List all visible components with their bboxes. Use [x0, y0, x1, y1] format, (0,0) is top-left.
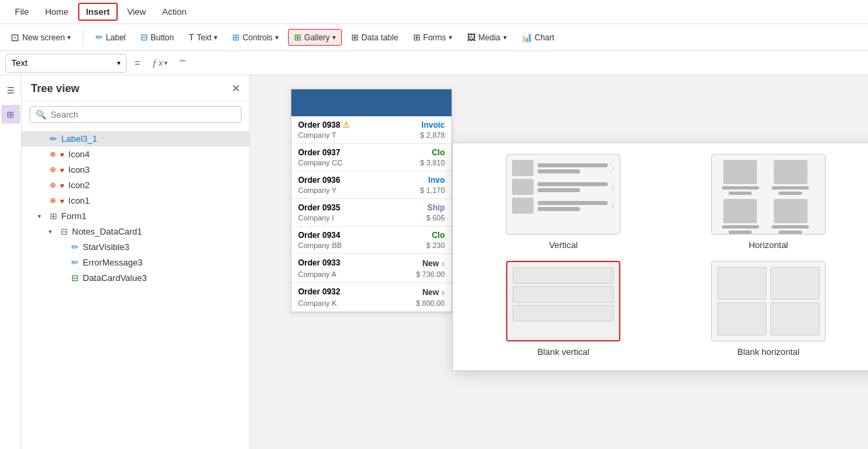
fx-label: x	[158, 58, 163, 68]
gallery-item-vertical[interactable]: › ›	[469, 154, 658, 250]
vg-chevron-2: ›	[612, 182, 614, 192]
tree-item-errormessage3[interactable]: ✏ ErrorMessage3	[22, 255, 250, 270]
order-status-0932: New	[423, 288, 439, 297]
order-company-0932: Company K	[298, 299, 336, 307]
search-input[interactable]	[50, 110, 236, 120]
tree-items: ✏ Label3_1 ⊕ ♥ Icon4 ⊕ ♥ Icon3 ⊕	[22, 128, 250, 449]
tree-item-form1[interactable]: ▾ ⊞ Form1	[22, 208, 250, 224]
order-company-0933: Company A	[298, 270, 336, 278]
order-row-0935[interactable]: Order 0935 Ship Company I $ 606	[291, 199, 451, 227]
menu-insert[interactable]: Insert	[78, 3, 118, 21]
tree-label-icon1: Icon1	[69, 196, 90, 206]
datatable-icon: ⊞	[351, 32, 359, 42]
search-box: 🔍	[30, 106, 242, 123]
order-row-0936[interactable]: Order 0936 Invo Company Y $ 1,170	[291, 171, 451, 199]
hg-img-1	[723, 160, 757, 184]
new-screen-chevron: ▾	[67, 34, 71, 41]
vg-line-6	[538, 207, 579, 211]
hamburger-icon-button[interactable]: ☰	[1, 81, 20, 99]
gallery-label-horizontal: Horizontal	[749, 240, 789, 250]
formula-fx-button[interactable]: ƒ x ▾	[148, 56, 172, 69]
order-status-0937: Clo	[432, 148, 445, 157]
menu-view[interactable]: View	[120, 4, 153, 19]
order-chevron-0933: ›	[441, 258, 445, 269]
icon1-heart-icon: ♥	[60, 197, 65, 205]
app-preview: Order 0938 ⚠ Invoic Company T $ 2,878 Or…	[291, 89, 452, 313]
canvas-area: Order 0938 ⚠ Invoic Company T $ 2,878 Or…	[250, 75, 868, 449]
label-icon: ✏	[96, 32, 103, 42]
order-status-0936: Invo	[428, 175, 445, 185]
order-top-0934: Order 0934 Clo	[298, 231, 445, 240]
tree-item-icon2[interactable]: ⊕ ♥ Icon2	[22, 177, 250, 193]
chart-button[interactable]: 📊 Chart	[516, 30, 560, 45]
vg-line-1	[538, 163, 608, 167]
menu-home[interactable]: Home	[38, 4, 75, 19]
order-amount-0935: $ 606	[426, 214, 445, 222]
order-row-0937[interactable]: Order 0937 Clo Company CC $ 3,810	[291, 144, 451, 171]
new-screen-button[interactable]: ⊡ New screen ▾	[5, 29, 76, 46]
sidebar-icons: ☰ ⊞	[0, 75, 22, 449]
bh-col-1	[717, 267, 766, 335]
order-bottom-0932: Company K $ 800.00	[298, 299, 445, 307]
order-row-0932[interactable]: Order 0932 New › Company K $ 800.00	[291, 283, 451, 312]
layers-icon-button[interactable]: ⊞	[1, 105, 20, 124]
order-top-0935: Order 0935 Ship	[298, 203, 445, 212]
hg-line-8	[779, 231, 801, 234]
vg-img-1	[512, 160, 534, 176]
form1-collapse-icon: ▾	[38, 212, 46, 220]
gallery-item-blank-horizontal[interactable]: Blank horizontal	[674, 261, 863, 357]
text-icon: T	[188, 32, 194, 42]
order-amount-0933: $ 736.00	[416, 270, 445, 278]
label-button[interactable]: ✏ Label	[90, 30, 131, 45]
tree-item-notes-datacard1[interactable]: ▾ ⊟ Notes_DataCard1	[22, 224, 250, 239]
tree-item-icon3[interactable]: ⊕ ♥ Icon3	[22, 162, 250, 177]
order-bottom-0937: Company CC $ 3,810	[298, 159, 445, 167]
order-row-0934[interactable]: Order 0934 Clo Company BB $ 230	[291, 227, 451, 254]
order-id-0933: Order 0933	[298, 258, 340, 269]
order-amount-0938: $ 2,878	[420, 131, 445, 139]
tree-label-notes-datacard1: Notes_DataCard1	[72, 227, 142, 237]
order-bottom-0938: Company T $ 2,878	[298, 131, 445, 139]
bh-cell-2	[717, 302, 766, 335]
tree-item-label3-1[interactable]: ✏ Label3_1	[22, 131, 250, 147]
order-top-0937: Order 0937 Clo	[298, 148, 445, 157]
hg-line-6	[779, 192, 801, 195]
tree-item-icon1[interactable]: ⊕ ♥ Icon1	[22, 193, 250, 208]
controls-button[interactable]: ⊞ Controls ▾	[227, 30, 284, 45]
tree-item-datacardvalue3[interactable]: ⊟ DataCardValue3	[22, 270, 250, 286]
forms-button[interactable]: ⊞ Forms ▾	[408, 30, 458, 45]
gallery-item-horizontal[interactable]: Horizontal	[674, 154, 863, 250]
tree-label-icon3: Icon3	[69, 165, 90, 175]
text-chevron: ▾	[214, 34, 217, 41]
text-button[interactable]: T Text ▾	[183, 30, 223, 45]
field-chevron-icon: ▾	[117, 59, 120, 67]
menu-file[interactable]: File	[8, 4, 36, 19]
field-selector[interactable]: Text ▾	[5, 54, 126, 73]
order-row-0938[interactable]: Order 0938 ⚠ Invoic Company T $ 2,878	[291, 116, 451, 144]
order-id-0937: Order 0937	[298, 148, 340, 157]
menu-action[interactable]: Action	[155, 4, 193, 19]
new-screen-icon: ⊡	[11, 32, 20, 44]
bh-cell-1	[717, 267, 766, 300]
tree-close-button[interactable]: ✕	[231, 82, 240, 95]
order-company-0934: Company BB	[298, 241, 342, 249]
gallery-button[interactable]: ⊞ Gallery ▾	[288, 29, 342, 46]
hg-line-5	[772, 186, 809, 190]
toolbar: ⊡ New screen ▾ ✏ Label ⊟ Button T Text ▾…	[0, 24, 868, 51]
button-button[interactable]: ⊟ Button	[135, 30, 180, 45]
order-row-0933[interactable]: Order 0933 New › Company A $ 736.00	[291, 254, 451, 283]
order-company-0937: Company CC	[298, 159, 342, 167]
tree-item-starvisible3[interactable]: ✏ StarVisible3	[22, 239, 250, 255]
order-bottom-0933: Company A $ 736.00	[298, 270, 445, 278]
search-icon: 🔍	[36, 110, 46, 120]
gallery-thumb-blank-vertical	[506, 261, 620, 341]
hg-img-3	[774, 160, 807, 184]
media-button[interactable]: 🖼 Media ▾	[462, 30, 512, 45]
gallery-item-blank-vertical[interactable]: Blank vertical	[469, 261, 658, 357]
order-company-0935: Company I	[298, 214, 334, 222]
gallery-label-vertical: Vertical	[549, 240, 578, 250]
tree-item-icon4[interactable]: ⊕ ♥ Icon4	[22, 147, 250, 162]
fx-icon: ƒ	[152, 58, 157, 68]
gallery-label-blank-horizontal: Blank horizontal	[737, 347, 800, 357]
datatable-button[interactable]: ⊞ Data table	[346, 30, 404, 45]
